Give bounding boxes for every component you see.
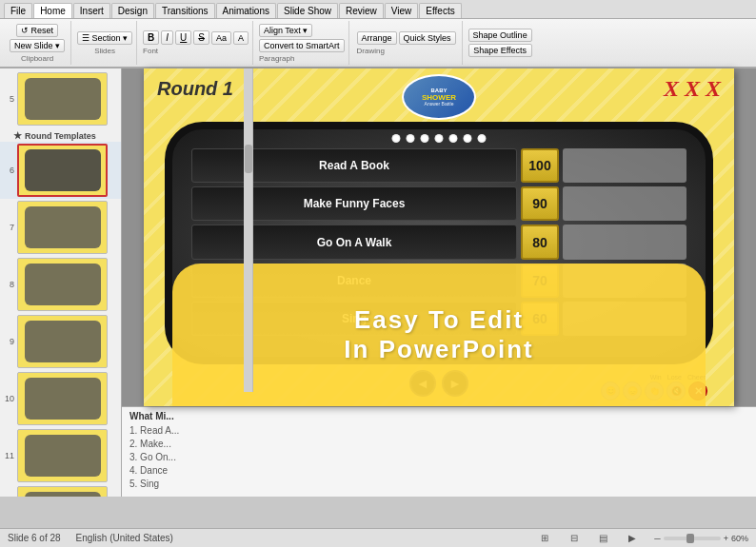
shape-group: Shape Outline Shape Effects [465,21,536,65]
slides-label: Slides [94,47,115,55]
new-slide-button[interactable]: New Slide ▾ [10,39,65,52]
arrange-button[interactable]: Arrange [357,31,397,45]
tab-design[interactable]: Design [111,3,154,18]
slide-thumb-6 [17,144,108,197]
underline-button[interactable]: U [175,30,191,45]
answer-row-2: Make Funny Faces 90 [191,186,686,221]
notes-item-4: 4. Dance [129,464,748,478]
overlay-line1: Easy To Edit [344,305,533,335]
font-label: Font [143,47,249,55]
answer-text-2: Make Funny Faces [304,197,406,210]
slide-item-5[interactable]: 5 [0,70,121,127]
tab-effects[interactable]: Effects [419,3,461,18]
slide-thumb-5 [17,72,108,126]
scroll-indicator[interactable] [244,68,253,392]
slide-thumb-10 [17,372,108,425]
badge-line3: Answer Battle [425,102,454,107]
answer-row-3: Go On A Walk 80 [191,225,686,259]
reading-view-button[interactable]: ▤ [596,532,610,544]
tab-slideshow[interactable]: Slide Show [277,3,338,18]
shape-outline-button[interactable]: Shape Outline [468,29,532,42]
tab-review[interactable]: Review [339,3,384,18]
answer-text-3: Go On A Walk [317,236,392,249]
slide-num-8: 8 [3,280,14,289]
score-2: 90 [532,196,547,211]
slide-thumb-11 [17,429,108,482]
zoom-level: 60% [731,534,748,543]
score-3: 80 [532,235,547,250]
notes-item-1: 1. Read A... [129,424,748,438]
slide-canvas: Round 1 X X X BABY SHOWER Answer Battle [122,68,756,406]
score-1: 100 [528,158,550,173]
slide-item-11[interactable]: 11 [0,427,121,484]
normal-view-button[interactable]: ⊞ [537,531,552,545]
notes-item-3: 3. Go On... [129,451,748,464]
status-bar: Slide 6 of 28 English (United States) ⊞ … [0,528,756,547]
tab-insert[interactable]: Insert [73,3,110,18]
overlay-line2: In PowerPoint [344,335,533,364]
font-group: B I U S Aa A Font [139,21,253,65]
quick-styles-button[interactable]: Quick Styles [399,31,456,45]
badge: BABY SHOWER Answer Battle [402,74,476,120]
align-text-button[interactable]: Align Text ▾ [259,24,312,37]
slide-item-7[interactable]: 7 [0,199,121,256]
slide-thumb-8 [17,258,108,311]
slides-group: ☰ Section ▾ Slides [73,21,137,65]
font-color-button[interactable]: A [233,31,249,45]
clipboard-label: Clipboard [21,54,53,63]
font-size-button[interactable]: Aa [211,31,231,45]
clipboard-group: ↺ Reset New Slide ▾ Clipboard [4,21,71,65]
drawing-label: Drawing [357,47,456,55]
slide-thumb-7 [17,201,108,254]
xxx-label: X X X [664,76,721,102]
zoom-slider[interactable]: ─ + 60% [654,534,748,543]
notes-panel: What Mi... 1. Read A... 2. Make... 3. Go… [122,406,756,497]
language-indicator: English (United States) [76,533,173,543]
drawing-group: Arrange Quick Styles Drawing [351,21,463,65]
answer-text-1: Read A Book [319,159,389,172]
strikethrough-button[interactable]: S [193,30,209,45]
slide-num-11: 11 [3,451,14,460]
bold-button[interactable]: B [143,30,159,45]
convert-smartart-button[interactable]: Convert to SmartArt [259,39,345,52]
slide-item-10[interactable]: 10 [0,370,121,427]
slide-num-7: 7 [3,223,14,232]
slide-num-10: 10 [3,394,14,403]
presentation-slide[interactable]: Round 1 X X X BABY SHOWER Answer Battle [144,68,734,406]
slide-num-9: 9 [3,337,14,346]
tab-transitions[interactable]: Transitions [155,3,215,18]
tab-file[interactable]: File [4,3,32,18]
section-label: ★ Round Templates [0,127,121,142]
slides-panel: 5 ★ Round Templates 6 7 [0,68,122,497]
tab-animations[interactable]: Animations [216,3,276,18]
slide-thumb-12 [17,486,108,497]
shape-effects-button[interactable]: Shape Effects [468,44,532,57]
italic-button[interactable]: I [161,30,173,45]
slide-num-5: 5 [3,94,14,104]
round-label: Round 1 [157,78,233,100]
slideshow-button[interactable]: ▶ [626,532,639,544]
section-button[interactable]: ☰ Section ▾ [77,31,132,45]
tab-home[interactable]: Home [33,3,72,18]
slide-count: Slide 6 of 28 [8,533,61,543]
slide-sorter-button[interactable]: ⊟ [567,532,581,544]
slide-item-6[interactable]: 6 [0,142,121,199]
dots-top [392,134,487,143]
slide-thumb-9 [17,315,108,368]
paragraph-group: Align Text ▾ Convert to SmartArt Paragra… [255,21,349,65]
tab-view[interactable]: View [385,3,419,18]
slide-num-6: 6 [3,166,14,175]
slide-item-9[interactable]: 9 [0,313,121,370]
slide-item-12[interactable]: 12 [0,484,121,497]
paragraph-label: Paragraph [259,54,345,63]
answer-row-1: Read A Book 100 [191,148,686,183]
notes-item-5: 5. Sing [129,478,748,491]
notes-title: What Mi... [129,411,748,421]
reset-button[interactable]: ↺ Reset [16,24,58,37]
slide-item-8[interactable]: 8 [0,256,121,313]
notes-item-2: 2. Make... [129,438,748,451]
